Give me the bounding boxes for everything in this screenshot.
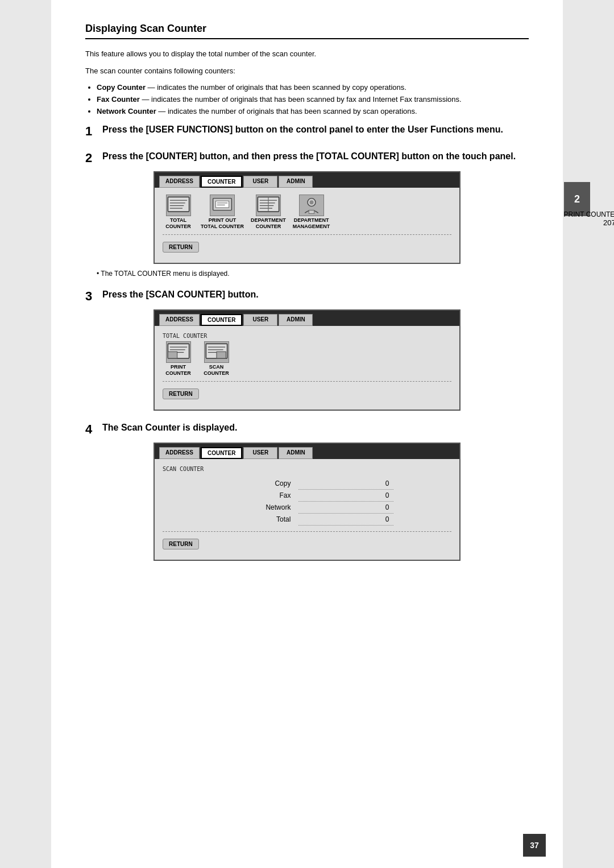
step3-nav-admin[interactable]: ADMIN [279, 314, 313, 326]
step4-divider [163, 531, 451, 532]
step3-nav-address[interactable]: ADDRESS [159, 314, 200, 326]
page: 2 Displaying Scan Counter This feature a… [51, 0, 563, 868]
step4-top-label: SCAN COUNTER [163, 466, 451, 472]
total-label: Total [221, 514, 299, 526]
copy-value: 0 [298, 478, 393, 490]
table-row-total: Total 0 [221, 514, 394, 526]
step4-return-btn[interactable]: RETURN [163, 539, 199, 549]
section-heading: Displaying Scan Counter [85, 23, 529, 39]
bullet-item-copy: Copy Counter — indicates the number of o… [97, 82, 529, 94]
step-4: 4 The Scan Counter is displayed. ADDRESS… [85, 422, 529, 561]
dept-mgmt-icon [299, 195, 324, 216]
print-out-icon-btn[interactable]: PRINT OUTTOTAL COUNTER [201, 195, 244, 230]
step4-nav-address[interactable]: ADDRESS [159, 447, 200, 459]
print-counter-side: PRINT COUNTER 2072 [564, 211, 614, 228]
table-row-network: Network 0 [221, 502, 394, 514]
copy-label: Copy [221, 478, 299, 490]
print-counter-icon [166, 341, 191, 363]
scan-counter-icon [204, 341, 229, 363]
total-value: 0 [298, 514, 393, 526]
svg-point-16 [309, 200, 313, 204]
svg-rect-22 [168, 352, 177, 358]
table-row-copy: Copy 0 [221, 478, 394, 490]
step3-nav: ADDRESS COUNTER USER ADMIN [155, 311, 459, 326]
scan-counter-table: Copy 0 Fax 0 Network 0 [221, 478, 394, 526]
step3-body: TOTAL COUNTER [155, 326, 459, 410]
step-2-text: Press the [COUNTER] button, and then pre… [102, 151, 516, 163]
dept-mgmt-label: DEPARTMENTMANAGEMENT [293, 217, 330, 230]
step-4-number: 4 [85, 422, 98, 437]
network-value: 0 [298, 502, 393, 514]
svg-rect-6 [215, 201, 229, 208]
print-counter-icon-btn[interactable]: PRINTCOUNTER [163, 341, 194, 377]
step-1-number: 1 [85, 124, 98, 139]
step2-return-btn[interactable]: RETURN [163, 242, 199, 253]
step2-nav: ADDRESS COUNTER USER ADMIN [155, 172, 459, 188]
page-title: Displaying Scan Counter [85, 23, 529, 35]
step4-nav: ADDRESS COUNTER USER ADMIN [155, 444, 459, 459]
svg-rect-17 [309, 210, 314, 213]
scan-counter-btn-label: SCANCOUNTER [204, 364, 229, 377]
svg-rect-27 [217, 352, 226, 358]
network-label: Network [221, 502, 299, 514]
step3-panel: ADDRESS COUNTER USER ADMIN TOTAL COUNTER [154, 309, 460, 411]
dept-counter-icon [256, 195, 281, 216]
step-3-number: 3 [85, 289, 98, 304]
nav-address-btn[interactable]: ADDRESS [159, 176, 200, 188]
step-3: 3 Press the [SCAN COUNTER] button. ADDRE… [85, 289, 529, 411]
fax-label: Fax [221, 490, 299, 502]
step2-panel: ADDRESS COUNTER USER ADMIN [154, 171, 460, 264]
step-1-text: Press the [USER FUNCTIONS] button on the… [102, 124, 503, 136]
total-counter-icon-btn[interactable]: TOTALCOUNTER [163, 195, 194, 230]
step3-top-label: TOTAL COUNTER [163, 333, 451, 339]
step-2-number: 2 [85, 151, 98, 166]
step4-body: SCAN COUNTER Copy 0 Fax 0 [155, 459, 459, 560]
step4-nav-user[interactable]: USER [243, 447, 277, 459]
step2-icons-row: TOTALCOUNTER [163, 195, 451, 230]
step2-body: TOTALCOUNTER [155, 188, 459, 263]
total-counter-icon [166, 195, 191, 216]
step3-return-btn[interactable]: RETURN [163, 388, 199, 399]
page-number: 37 [523, 834, 546, 857]
dept-counter-label: DEPARTMENTCOUNTER [251, 217, 286, 230]
intro-paragraph2: The scan counter contains following coun… [85, 65, 529, 77]
print-out-label: PRINT OUTTOTAL COUNTER [201, 217, 244, 230]
intro-paragraph1: This feature allows you to display the t… [85, 48, 529, 60]
bullet-list: Copy Counter — indicates the number of o… [97, 82, 529, 117]
dept-counter-icon-btn[interactable]: DEPARTMENTCOUNTER [251, 195, 286, 230]
step4-panel: ADDRESS COUNTER USER ADMIN SCAN COUNTER … [154, 443, 460, 561]
nav-admin-btn[interactable]: ADMIN [279, 176, 313, 188]
step3-icons-row: PRINTCOUNTER [163, 341, 451, 377]
print-out-icon [210, 195, 235, 216]
bullet-item-network: Network Counter — indicates the number o… [97, 106, 529, 118]
step4-nav-counter[interactable]: COUNTER [201, 447, 242, 459]
bullet-item-fax: Fax Counter — indicates the number of or… [97, 94, 529, 106]
step3-nav-user[interactable]: USER [243, 314, 277, 326]
step-2: 2 Press the [COUNTER] button, and then p… [85, 151, 529, 278]
step4-nav-admin[interactable]: ADMIN [279, 447, 313, 459]
step2-divider [163, 234, 451, 235]
step3-divider [163, 381, 451, 382]
step-1: 1 Press the [USER FUNCTIONS] button on t… [85, 124, 529, 139]
step-3-text: Press the [SCAN COUNTER] button. [102, 289, 259, 301]
table-row-fax: Fax 0 [221, 490, 394, 502]
nav-user-btn[interactable]: USER [243, 176, 277, 188]
total-counter-label: TOTALCOUNTER [165, 217, 191, 230]
step-4-text: The Scan Counter is displayed. [102, 422, 237, 434]
print-counter-value: 2072 [564, 219, 614, 228]
dept-mgmt-icon-btn[interactable]: DEPARTMENTMANAGEMENT [293, 195, 330, 230]
print-counter-label: PRINT COUNTER [564, 211, 614, 219]
step3-nav-counter[interactable]: COUNTER [201, 314, 242, 326]
fax-value: 0 [298, 490, 393, 502]
print-counter-btn-label: PRINTCOUNTER [165, 364, 191, 377]
nav-counter-btn[interactable]: COUNTER [201, 176, 242, 188]
svg-rect-0 [168, 197, 189, 212]
scan-counter-icon-btn[interactable]: SCANCOUNTER [201, 341, 232, 377]
step2-note: • The TOTAL COUNTER menu is displayed. [97, 270, 529, 278]
